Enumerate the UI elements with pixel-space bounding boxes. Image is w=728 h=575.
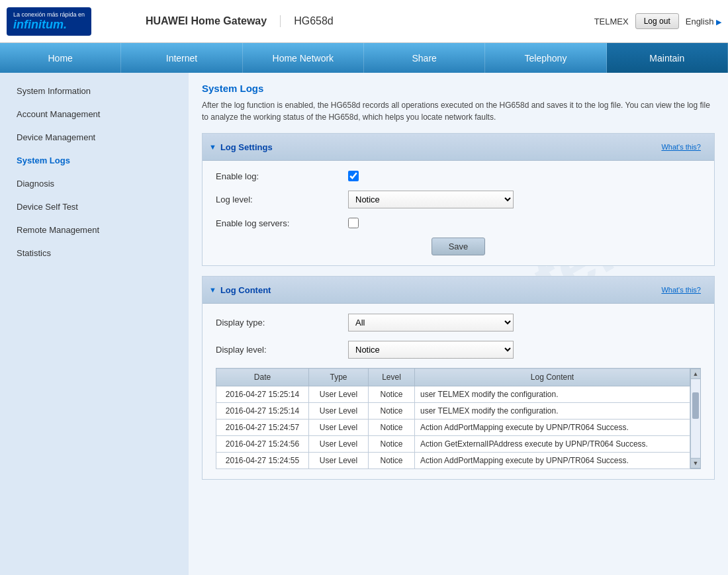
enable-log-control <box>348 171 359 181</box>
cell-content: Action AddPortMapping execute by UPNP/TR… <box>415 453 690 469</box>
table-row: 2016-04-27 15:24:55 User Level Notice Ac… <box>216 453 690 469</box>
table-row: 2016-04-27 15:25:14 User Level Notice us… <box>216 403 690 420</box>
col-type: Type <box>309 369 369 386</box>
scrollbar[interactable]: ▲ ▼ <box>690 368 701 469</box>
cell-content: Action GetExternalIPAddress execute by U… <box>415 436 690 453</box>
cell-type: User Level <box>309 386 369 403</box>
nav-maintain[interactable]: Maintain <box>607 43 728 73</box>
sidebar-item-account-mgmt[interactable]: Account Management <box>0 103 189 126</box>
sidebar-item-device-self-test[interactable]: Device Self Test <box>0 195 189 218</box>
sidebar-item-diagnosis[interactable]: Diagnosis <box>0 172 189 195</box>
cell-date: 2016-04-27 15:25:14 <box>216 403 309 420</box>
cell-date: 2016-04-27 15:24:57 <box>216 420 309 436</box>
cell-content: user TELMEX modify the configuration. <box>415 386 690 403</box>
log-content-header: ▼ Log Content What's this? <box>203 277 714 304</box>
sidebar-item-system-logs[interactable]: System Logs <box>0 149 189 172</box>
log-table: Date Type Level Log Content 2016-04-27 1… <box>216 368 690 469</box>
nav-home[interactable]: Home <box>0 43 121 73</box>
enable-servers-row: Enable log servers: <box>216 218 701 228</box>
display-level-control: Emergency Alert Critical Error Warning N… <box>348 341 514 359</box>
log-settings-arrow-icon: ▼ <box>209 143 216 151</box>
log-level-row: Log level: Emergency Alert Critical Erro… <box>216 191 701 208</box>
log-table-wrapper: Date Type Level Log Content 2016-04-27 1… <box>216 368 690 469</box>
logout-button[interactable]: Log out <box>635 13 679 29</box>
sidebar-item-statistics[interactable]: Statistics <box>0 242 189 265</box>
username-label: TELMEX <box>594 17 629 26</box>
scroll-up-icon[interactable]: ▲ <box>690 369 701 379</box>
cell-content: user TELMEX modify the configuration. <box>415 403 690 420</box>
log-content-body: Display type: All User Level System Leve… <box>203 304 714 479</box>
cell-date: 2016-04-27 15:24:56 <box>216 436 309 453</box>
sidebar-item-remote-mgmt[interactable]: Remote Management <box>0 218 189 242</box>
enable-log-label: Enable log: <box>216 171 348 181</box>
enable-servers-checkbox[interactable] <box>348 218 359 228</box>
language-label: English <box>686 17 714 26</box>
col-level: Level <box>369 369 415 386</box>
enable-servers-label: Enable log servers: <box>216 218 348 228</box>
log-level-select[interactable]: Emergency Alert Critical Error Warning N… <box>348 191 514 208</box>
page-title: System Logs <box>202 83 715 94</box>
enable-log-checkbox[interactable] <box>348 171 359 181</box>
cell-date: 2016-04-27 15:25:14 <box>216 386 309 403</box>
cell-type: User Level <box>309 453 369 469</box>
header: La conexión más rápida en infinitum. HUA… <box>0 0 728 43</box>
log-content-title: Log Content <box>220 285 271 295</box>
nav-home-network[interactable]: Home Network <box>243 43 364 73</box>
language-selector[interactable]: English ▶ <box>686 17 721 26</box>
log-settings-whats-this[interactable]: What's this? <box>655 138 707 156</box>
enable-log-row: Enable log: <box>216 171 701 181</box>
log-level-label: Log level: <box>216 195 348 204</box>
gateway-model: HG658d <box>294 15 334 27</box>
cell-level: Notice <box>369 420 415 436</box>
main-content: StepRouter System Logs After the log fun… <box>189 73 728 575</box>
logo-area: La conexión más rápida en infinitum. <box>7 7 139 36</box>
sidebar-item-device-mgmt[interactable]: Device Management <box>0 126 189 149</box>
log-settings-title: Log Settings <box>220 142 273 152</box>
display-level-label: Display level: <box>216 345 348 355</box>
log-content-section: ▼ Log Content What's this? Display type:… <box>202 276 715 480</box>
table-row: 2016-04-27 15:24:57 User Level Notice Ac… <box>216 420 690 436</box>
display-level-select[interactable]: Emergency Alert Critical Error Warning N… <box>348 341 514 359</box>
cell-level: Notice <box>369 386 415 403</box>
sidebar: System Information Account Management De… <box>0 73 189 575</box>
log-settings-body: Enable log: Log level: Emergency Alert C… <box>203 161 714 265</box>
header-right: TELMEX Log out English ▶ <box>594 13 721 29</box>
main-nav: Home Internet Home Network Share Telepho… <box>0 43 728 73</box>
display-type-control: All User Level System Level <box>348 314 514 332</box>
display-type-label: Display type: <box>216 318 348 328</box>
logo-brand: infinitum. <box>13 18 85 32</box>
cell-date: 2016-04-27 15:24:55 <box>216 453 309 469</box>
nav-internet[interactable]: Internet <box>121 43 242 73</box>
display-type-select[interactable]: All User Level System Level <box>348 314 514 332</box>
nav-telephony[interactable]: Telephony <box>485 43 606 73</box>
log-level-control: Emergency Alert Critical Error Warning N… <box>348 191 514 208</box>
cell-type: User Level <box>309 403 369 420</box>
page-description: After the log function is enabled, the H… <box>202 99 715 123</box>
cell-type: User Level <box>309 436 369 453</box>
cell-level: Notice <box>369 436 415 453</box>
col-date: Date <box>216 369 309 386</box>
nav-share[interactable]: Share <box>364 43 485 73</box>
scroll-down-icon[interactable]: ▼ <box>690 458 701 468</box>
log-content-arrow-icon: ▼ <box>209 286 216 294</box>
gateway-title: HUAWEI Home Gateway <box>146 15 281 27</box>
cell-type: User Level <box>309 420 369 436</box>
logo-box: La conexión más rápida en infinitum. <box>7 7 91 36</box>
display-level-row: Display level: Emergency Alert Critical … <box>216 341 701 359</box>
table-row: 2016-04-27 15:24:56 User Level Notice Ac… <box>216 436 690 453</box>
sidebar-item-system-info[interactable]: System Information <box>0 79 189 103</box>
cell-level: Notice <box>369 453 415 469</box>
table-row: 2016-04-27 15:25:14 User Level Notice us… <box>216 386 690 403</box>
display-type-row: Display type: All User Level System Leve… <box>216 314 701 332</box>
scrollbar-thumb[interactable] <box>692 392 699 419</box>
save-button[interactable]: Save <box>432 238 486 255</box>
log-content-whats-this[interactable]: What's this? <box>655 281 707 299</box>
save-row: Save <box>216 238 701 255</box>
cell-level: Notice <box>369 403 415 420</box>
col-content: Log Content <box>415 369 690 386</box>
enable-servers-control <box>348 218 359 228</box>
content-wrapper: System Information Account Management De… <box>0 73 728 575</box>
log-table-container: Date Type Level Log Content 2016-04-27 1… <box>216 368 701 469</box>
log-settings-header: ▼ Log Settings What's this? <box>203 134 714 161</box>
scrollbar-track[interactable] <box>691 379 700 458</box>
